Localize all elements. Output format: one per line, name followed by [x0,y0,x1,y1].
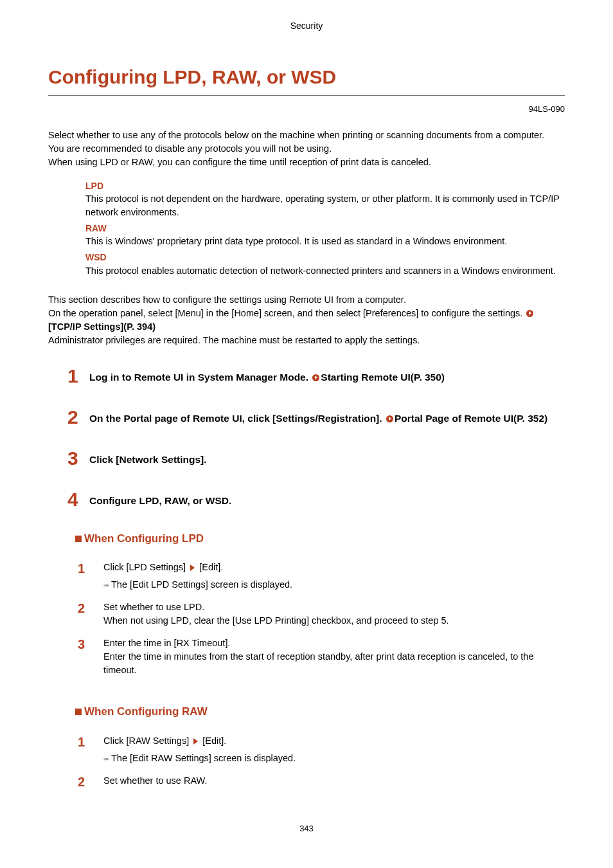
result-arrow-icon: ➠ [103,581,109,589]
step-text: Click [Network Settings]. [89,449,207,467]
substep-lpd-3: 3 Enter the time in [RX Timeout]. Enter … [78,637,565,677]
step-4: 4 Configure LPD, RAW, or WSD. [67,490,565,509]
link-icon [312,374,319,381]
substep-number: 2 [78,601,103,616]
subheading-raw: When Configuring RAW [75,704,565,720]
step-number: 2 [67,408,89,427]
def-desc-wsd: This protocol enables automatic detectio… [85,264,565,278]
page-title: Configuring LPD, RAW, or WSD [48,63,565,96]
step-number: 4 [67,490,89,509]
substep-text: Set whether to use LPD. [103,601,449,614]
substep-text: Click [RAW Settings] [103,736,189,746]
def-term-lpd: LPD [85,179,565,192]
substep-raw-1: 1 Click [RAW Settings] [Edit]. ➠The [Edi… [78,734,565,765]
subheading-text: When Configuring RAW [84,705,208,718]
result-arrow-icon: ➠ [103,755,109,763]
def-desc-lpd: This protocol is not dependent on the ha… [85,192,565,219]
def-desc-raw: This is Windows' proprietary print data … [85,235,565,248]
page-number: 343 [48,823,565,835]
square-bullet-icon [75,536,82,542]
substep-result: The [Edit RAW Settings] screen is displa… [111,753,296,763]
substep-number: 3 [78,637,103,652]
mid-description: This section describes how to configure … [48,293,565,347]
def-term-wsd: WSD [85,251,565,264]
intro-block: Select whether to use any of the protoco… [48,129,565,169]
step-3: 3 Click [Network Settings]. [67,449,565,468]
substep-number: 1 [78,561,103,576]
substep-text: Enter the time in [RX Timeout]. [103,637,565,650]
substep-result: The [Edit LPD Settings] screen is displa… [111,579,292,590]
substep-lpd-1: 1 Click [LPD Settings] [Edit]. ➠The [Edi… [78,561,565,592]
mid-text: On the operation panel, select [Menu] in… [48,308,525,318]
step-2: 2 On the Portal page of Remote UI, click… [67,408,565,427]
triangle-icon [193,738,198,745]
mid-line: Administrator privileges are required. T… [48,334,565,347]
substep-number: 1 [78,734,103,750]
substep-text: Set whether to use RAW. [103,774,207,788]
step-text: On the Portal page of Remote UI, click [… [89,413,385,424]
substep-raw-2: 2 Set whether to use RAW. [78,774,565,790]
substep-text: [Edit]. [202,736,226,746]
substep-text: Click [LPD Settings] [103,562,186,572]
document-code: 94LS-090 [48,104,565,116]
intro-line: You are recommended to disable any proto… [48,142,565,156]
substep-text: When not using LPD, clear the [Use LPD P… [103,614,449,628]
mid-line: This section describes how to configure … [48,293,565,307]
intro-line: When using LPD or RAW, you can configure… [48,156,565,169]
substep-lpd-2: 2 Set whether to use LPD. When not using… [78,601,565,628]
link-portal-page[interactable]: Portal Page of Remote UI(P. 352) [395,413,547,424]
triangle-icon [190,565,195,571]
substep-text: [Edit]. [199,562,223,572]
step-1: 1 Log in to Remote UI in System Manager … [67,366,565,386]
subheading-lpd: When Configuring LPD [75,531,565,547]
link-icon [386,415,393,422]
intro-line: Select whether to use any of the protoco… [48,129,565,142]
step-text: Log in to Remote UI in System Manager Mo… [89,372,311,383]
substep-text: Enter the time in minutes from the start… [103,650,565,677]
section-header: Security [48,19,565,32]
step-number: 1 [67,366,89,386]
subheading-text: When Configuring LPD [84,532,204,545]
link-icon [526,310,533,317]
step-text: Configure LPD, RAW, or WSD. [89,490,231,508]
definitions-list: LPD This protocol is not dependent on th… [85,179,565,278]
step-number: 3 [67,449,89,468]
link-starting-remote-ui[interactable]: Starting Remote UI(P. 350) [321,372,445,383]
link-tcpip-settings[interactable]: [TCP/IP Settings](P. 394) [48,320,565,334]
square-bullet-icon [75,709,82,715]
substep-number: 2 [78,774,103,790]
mid-line: On the operation panel, select [Menu] in… [48,307,565,320]
def-term-raw: RAW [85,222,565,235]
